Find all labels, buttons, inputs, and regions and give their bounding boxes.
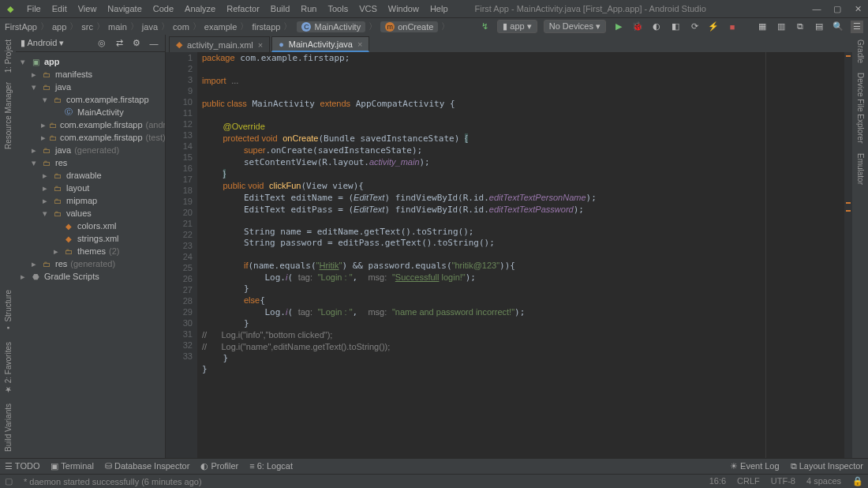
app-icon: ◆ [5,4,16,14]
tool-window-button[interactable]: Build Variants [4,404,13,452]
tree-node[interactable]: ▾🗀values [16,207,165,220]
menu-window[interactable]: Window [388,4,419,13]
gutter[interactable]: 1 2 3 9 10 11 12 13 14 15 16 17 18 19 20… [166,52,197,458]
menu-code[interactable]: Code [153,4,174,13]
tree-node[interactable]: ▾🗀res [16,156,165,169]
editor-tabs[interactable]: ◆activity_main.xml×●MainActivity.java× [166,35,852,52]
status-item[interactable]: 🔒 [852,476,863,486]
search-icon[interactable]: 🔍 [832,21,844,33]
bottom-tool-button[interactable]: ⛁ Database Inspector [105,461,189,471]
tool-window-button[interactable]: Gradle [856,39,865,63]
bottom-tool-button[interactable]: ⧉ Layout Inspector [791,461,863,471]
sdk-icon[interactable]: ▥ [775,21,788,33]
menu-edit[interactable]: Edit [52,4,67,13]
debug-icon[interactable]: 🐞 [631,21,644,33]
crumb[interactable]: main [108,22,127,32]
bottom-tool-button[interactable]: ◐ Profiler [200,461,238,471]
notifications-icon[interactable]: ☰ [851,21,863,33]
tool-window-button[interactable]: Emulator [856,153,865,185]
menu-vcs[interactable]: VCS [359,4,377,13]
tree-node[interactable]: ▸🗀layout [16,182,165,194]
sync-icon[interactable]: ↯ [478,21,491,33]
crumb[interactable]: firstapp [252,22,280,32]
gear-icon[interactable]: ⚙ [130,37,143,50]
run-configuration[interactable]: ▮ app ▾ [497,20,537,33]
crumb[interactable]: com [173,22,189,32]
run-icon[interactable]: ▶ [612,21,625,33]
stop-icon[interactable]: ■ [726,21,739,33]
crumb[interactable]: example [204,22,238,32]
target-icon[interactable]: ◎ [95,37,108,50]
attach-icon[interactable]: ⟳ [688,21,701,33]
tree-node[interactable]: ▸🗀res (generated) [16,257,165,270]
layout-inspector-icon[interactable]: ⧉ [794,21,806,33]
menu-analyze[interactable]: Analyze [185,4,215,13]
bottom-tool-button[interactable]: ☰ TODO [5,461,39,471]
menu-file[interactable]: File [27,4,41,13]
tree-node[interactable]: ▸🗀com.example.firstapp (androidTest) [16,118,165,131]
tool-window-button[interactable]: ★ 2: Favorites [4,342,13,394]
apply-changes-icon[interactable]: ⚡ [707,21,720,33]
main-menu[interactable]: FileEditViewNavigateCodeAnalyzeRefactorB… [27,4,448,13]
tree-node[interactable]: ▸🗀mipmap [16,194,165,207]
maximize-icon[interactable]: ▢ [832,4,843,14]
status-icon[interactable]: ▢ [5,476,13,486]
bottom-tool-button[interactable]: ▣ Terminal [51,461,93,471]
crumb[interactable]: java [142,22,158,32]
tree-node[interactable]: ▸🗀java (generated) [16,144,165,156]
tab-close-icon[interactable]: × [357,39,362,49]
code-area[interactable]: package com.example.firstapp; import ...… [197,52,844,458]
crumb[interactable]: app [52,22,66,32]
editor[interactable]: 1 2 3 9 10 11 12 13 14 15 16 17 18 19 20… [166,52,852,458]
tree-node[interactable]: ▾🗀com.example.firstapp [16,93,165,106]
status-item[interactable]: 4 spaces [806,476,841,486]
tree-node[interactable]: ▾▣app [16,55,165,68]
menu-help[interactable]: Help [430,4,448,13]
tree-node[interactable]: ▸⬣Gradle Scripts [16,270,165,283]
profile-icon[interactable]: ◐ [650,21,663,33]
status-item[interactable]: 16:6 [709,476,726,486]
tree-node[interactable]: ⒸMainActivity [16,106,165,118]
tool-window-button[interactable]: Device File Explorer [856,73,865,143]
editor-tab[interactable]: ◆activity_main.xml× [169,36,270,52]
project-panel: ▮ Android ▾ ◎ ⇄ ⚙ — ▾▣app▸🗀manifests▾🗀ja… [16,35,166,458]
left-tool-stripe: 1: ProjectResource Manager ▪ Structure★ … [0,35,16,458]
menu-view[interactable]: View [78,4,97,13]
breadcrumb-pill[interactable]: CMainActivity [297,21,365,32]
hide-icon[interactable]: — [148,37,160,50]
tree-node[interactable]: ◆strings.xml [16,232,165,245]
menu-run[interactable]: Run [301,4,316,13]
crumb[interactable]: FirstApp [5,22,37,32]
breadcrumb-pill[interactable]: monCreate [380,21,438,32]
editor-tab[interactable]: ●MainActivity.java× [271,36,369,52]
resource-manager-icon[interactable]: ▤ [813,21,825,33]
status-item[interactable]: CRLF [737,476,760,486]
tree-node[interactable]: ▸🗀manifests [16,68,165,81]
coverage-icon[interactable]: ◧ [669,21,682,33]
tab-close-icon[interactable]: × [258,40,263,50]
avd-icon[interactable]: ▦ [756,21,769,33]
tree-node[interactable]: ◆colors.xml [16,220,165,232]
menu-refactor[interactable]: Refactor [226,4,260,13]
bottom-tool-button[interactable]: ≡ 6: Logcat [249,461,293,471]
tree-node[interactable]: ▸🗀drawable [16,169,165,182]
tool-window-button[interactable]: Resource Manager [4,82,13,149]
bottom-tool-button[interactable]: ☀ Event Log [730,461,780,471]
tree-node[interactable]: ▾🗀java [16,81,165,93]
tool-window-button[interactable]: 1: Project [4,39,13,73]
status-item[interactable]: UTF-8 [771,476,795,486]
tree-node[interactable]: ▸🗀themes (2) [16,245,165,257]
menu-navigate[interactable]: Navigate [107,4,141,13]
menu-build[interactable]: Build [271,4,290,13]
crumb[interactable]: src [81,22,93,32]
tree-node[interactable]: ▸🗀com.example.firstapp (test) [16,131,165,144]
project-view-selector[interactable]: ▮ Android ▾ [21,38,64,48]
error-stripe[interactable] [844,52,852,458]
close-icon[interactable]: ✕ [852,4,863,14]
minimize-icon[interactable]: — [811,4,822,13]
device-selector[interactable]: No Devices ▾ [544,20,606,33]
tool-window-button[interactable]: ▪ Structure [4,290,13,332]
project-tree[interactable]: ▾▣app▸🗀manifests▾🗀java▾🗀com.example.firs… [16,52,165,458]
collapse-icon[interactable]: ⇄ [113,37,125,50]
menu-tools[interactable]: Tools [327,4,348,13]
